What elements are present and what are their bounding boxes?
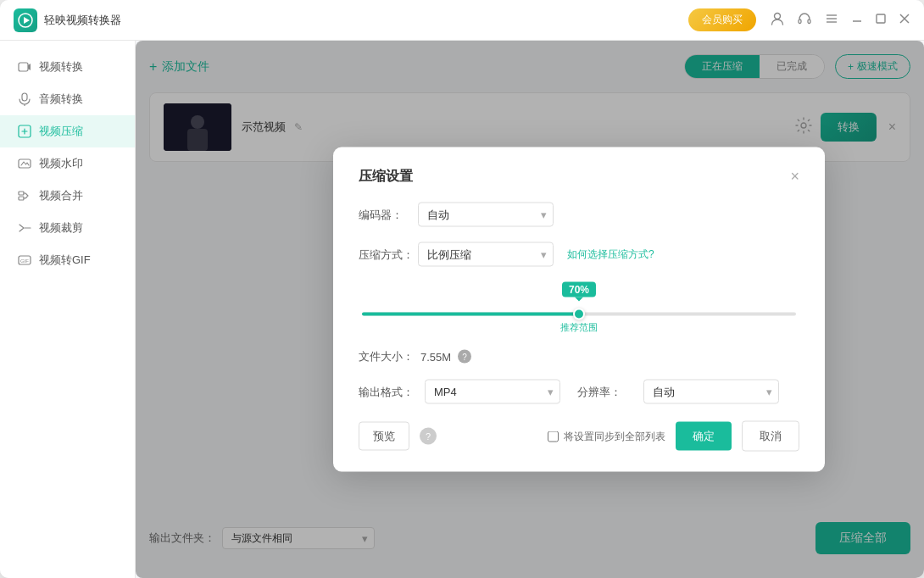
svg-point-2 xyxy=(775,13,781,19)
close-icon[interactable] xyxy=(899,13,910,28)
file-size-help-icon[interactable]: ? xyxy=(458,350,471,364)
svg-rect-3 xyxy=(799,19,801,24)
format-group: 输出格式： MP4 xyxy=(359,380,560,404)
format-select-wrap: MP4 xyxy=(425,380,560,404)
resolution-group: 分辨率： 自动 xyxy=(577,380,779,404)
file-size-label: 文件大小： xyxy=(359,349,414,364)
video-gif-icon: GIF xyxy=(17,253,32,268)
app-title: 轻映视频转换器 xyxy=(44,13,688,28)
sidebar-item-video-convert[interactable]: 视频转换 xyxy=(0,51,135,83)
compress-type-select-wrap: 比例压缩 xyxy=(418,242,554,267)
svg-rect-12 xyxy=(19,63,28,71)
user-icon[interactable] xyxy=(770,11,785,30)
sidebar-item-video-watermark[interactable]: 视频水印 xyxy=(0,147,135,180)
dialog-footer: 预览 ? 将设置同步到全部列表 确定 取消 xyxy=(359,421,799,452)
sync-checkbox[interactable] xyxy=(548,431,559,442)
dialog-title: 压缩设置 xyxy=(359,168,413,186)
encoder-select-wrap: 自动 xyxy=(418,203,554,227)
svg-text:GIF: GIF xyxy=(20,258,29,264)
slider-track xyxy=(362,313,796,316)
vip-button[interactable]: 会员购买 xyxy=(688,8,756,31)
svg-rect-9 xyxy=(877,14,885,23)
svg-rect-17 xyxy=(19,192,24,195)
format-row: 输出格式： MP4 分辨率： 自动 xyxy=(359,380,799,404)
sidebar-item-label-video-compress: 视频压缩 xyxy=(39,124,83,139)
menu-icon[interactable] xyxy=(824,11,839,30)
maximize-icon[interactable] xyxy=(875,13,887,28)
slider-fill xyxy=(362,313,579,316)
svg-rect-13 xyxy=(22,93,27,101)
slider-thumb[interactable] xyxy=(573,308,585,320)
content-area: + 添加文件 正在压缩 已完成 + 极速模式 xyxy=(136,41,924,578)
resolution-select-wrap: 自动 xyxy=(643,380,779,404)
sidebar-item-label-video-merge: 视频合并 xyxy=(39,188,83,203)
sidebar-item-video-gif[interactable]: GIF 视频转GIF xyxy=(0,244,135,276)
encoder-label: 编码器： xyxy=(359,207,418,222)
resolution-label: 分辨率： xyxy=(577,384,637,399)
title-controls xyxy=(770,11,910,30)
headset-icon[interactable] xyxy=(797,11,812,30)
svg-marker-1 xyxy=(24,17,30,24)
sidebar-item-video-merge[interactable]: 视频合并 xyxy=(0,180,135,212)
svg-rect-18 xyxy=(19,197,24,200)
main-layout: 视频转换 音频转换 视频压缩 视频水印 xyxy=(0,41,924,578)
format-label: 输出格式： xyxy=(359,384,418,399)
resolution-select[interactable]: 自动 xyxy=(643,380,779,404)
compress-help-link[interactable]: 如何选择压缩方式? xyxy=(567,247,654,262)
sidebar-item-video-trim[interactable]: 视频裁剪 xyxy=(0,212,135,244)
title-bar: 轻映视频转换器 会员购买 xyxy=(0,0,924,41)
encoder-row: 编码器： 自动 xyxy=(359,203,799,227)
dialog-header: 压缩设置 × xyxy=(359,168,799,186)
preview-button[interactable]: 预览 xyxy=(359,422,409,451)
confirm-button[interactable]: 确定 xyxy=(676,422,732,451)
dialog-close-button[interactable]: × xyxy=(790,168,799,186)
audio-convert-icon xyxy=(17,92,32,107)
sidebar-item-label-audio-convert: 音频转换 xyxy=(39,92,83,107)
sidebar-item-audio-convert[interactable]: 音频转换 xyxy=(0,83,135,115)
encoder-select[interactable]: 自动 xyxy=(418,203,554,227)
video-trim-icon xyxy=(17,220,32,236)
sidebar-item-label-video-convert: 视频转换 xyxy=(39,59,83,75)
sidebar-item-label-video-gif: 视频转GIF xyxy=(39,253,91,268)
video-watermark-icon xyxy=(17,156,32,171)
video-convert-icon xyxy=(17,59,32,75)
minimize-icon[interactable] xyxy=(851,13,863,28)
sync-label: 将设置同步到全部列表 xyxy=(564,429,665,443)
app-logo xyxy=(14,8,37,32)
sidebar-item-video-compress[interactable]: 视频压缩 xyxy=(0,115,135,147)
dialog-help-icon[interactable]: ? xyxy=(420,428,437,445)
format-select[interactable]: MP4 xyxy=(425,380,560,404)
sidebar-item-label-video-watermark: 视频水印 xyxy=(39,156,83,171)
compress-type-row: 压缩方式： 比例压缩 如何选择压缩方式? xyxy=(359,242,799,267)
compress-settings-dialog: 压缩设置 × 编码器： 自动 压缩方式： xyxy=(333,147,825,472)
compress-type-label: 压缩方式： xyxy=(359,247,418,262)
slider-section: 70% 推荐范围 xyxy=(359,282,799,334)
app-window: 轻映视频转换器 会员购买 xyxy=(0,0,924,578)
svg-rect-4 xyxy=(808,19,810,24)
compress-type-select[interactable]: 比例压缩 xyxy=(418,242,554,267)
video-compress-icon xyxy=(17,124,32,139)
slider-bubble: 70% xyxy=(562,282,596,297)
cancel-button[interactable]: 取消 xyxy=(742,421,799,452)
sidebar-item-label-video-trim: 视频裁剪 xyxy=(39,220,83,236)
file-size-value: 7.55M xyxy=(420,350,451,363)
video-merge-icon xyxy=(17,188,32,203)
sidebar: 视频转换 音频转换 视频压缩 视频水印 xyxy=(0,41,136,578)
slider-recommend: 推荐范围 xyxy=(362,321,796,334)
sync-checkbox-label: 将设置同步到全部列表 xyxy=(548,429,665,443)
file-size-row: 文件大小： 7.55M ? xyxy=(359,349,799,364)
slider-wrapper: 70% 推荐范围 xyxy=(362,282,796,334)
